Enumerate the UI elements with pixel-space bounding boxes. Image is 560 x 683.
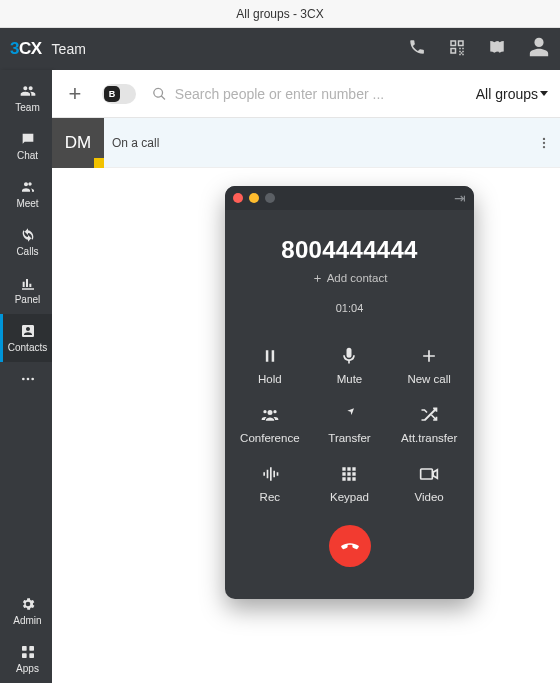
hangup-icon — [339, 535, 361, 557]
new-call-button[interactable]: New call — [392, 346, 466, 385]
panel-icon — [19, 275, 37, 291]
sidebar-item-contacts[interactable]: Contacts — [0, 314, 52, 362]
window-title: All groups - 3CX — [236, 7, 323, 21]
phone-icon[interactable] — [408, 38, 426, 60]
toggle-knob: B — [104, 86, 120, 102]
svg-point-9 — [543, 145, 545, 147]
hold-button[interactable]: Hold — [233, 346, 307, 385]
att-transfer-button[interactable]: Att.transfer — [392, 405, 466, 444]
team-icon — [19, 83, 37, 99]
svg-point-2 — [31, 378, 34, 381]
video-icon — [419, 464, 439, 484]
plus-icon — [419, 346, 439, 366]
search-icon — [152, 86, 167, 102]
keypad-icon — [339, 464, 359, 484]
svg-rect-3 — [22, 646, 27, 651]
plus-icon — [312, 273, 323, 284]
contacts-icon — [19, 323, 37, 339]
sidebar-item-more[interactable] — [0, 362, 52, 396]
microphone-icon — [339, 346, 359, 366]
conference-icon — [260, 405, 280, 425]
sidebar-item-chat[interactable]: Chat — [0, 122, 52, 170]
record-icon — [260, 464, 280, 484]
svg-rect-5 — [22, 653, 27, 658]
book-icon[interactable] — [488, 38, 506, 60]
qr-icon[interactable] — [448, 38, 466, 60]
chat-icon — [19, 131, 37, 147]
sidebar-item-calls[interactable]: Calls — [0, 218, 52, 266]
sidebar-item-team[interactable]: Team — [0, 74, 52, 122]
keypad-button[interactable]: Keypad — [313, 464, 387, 503]
app-topbar: 3CX Team — [0, 28, 560, 70]
sidebar: Team Chat Meet Calls Panel Contacts Ad — [0, 70, 52, 683]
call-window-titlebar[interactable]: ⇥ — [225, 186, 474, 210]
sidebar-item-label: Contacts — [8, 342, 47, 353]
search-input[interactable] — [175, 86, 460, 102]
sidebar-item-admin[interactable]: Admin — [0, 587, 52, 635]
expand-icon[interactable]: ⇥ — [454, 190, 466, 206]
calls-icon — [19, 227, 37, 243]
contact-row[interactable]: DM On a call — [52, 118, 560, 168]
topbar-title: Team — [52, 41, 86, 57]
minimize-icon[interactable] — [249, 193, 259, 203]
sidebar-item-apps[interactable]: Apps — [0, 635, 52, 683]
add-button[interactable]: + — [64, 83, 86, 105]
row-more-button[interactable] — [534, 133, 554, 153]
sidebar-item-label: Panel — [15, 294, 41, 305]
sidebar-item-label: Meet — [16, 198, 38, 209]
sidebar-item-label: Team — [15, 102, 39, 113]
sidebar-item-label: Chat — [17, 150, 38, 161]
contact-status: On a call — [104, 136, 159, 150]
transfer-icon — [339, 405, 359, 425]
zoom-icon — [265, 193, 275, 203]
gear-icon — [19, 596, 37, 612]
contact-avatar: DM — [52, 118, 104, 168]
sidebar-item-label: Apps — [16, 663, 39, 674]
mute-button[interactable]: Mute — [313, 346, 387, 385]
record-button[interactable]: Rec — [233, 464, 307, 503]
call-window: ⇥ 8004444444 Add contact 01:04 Hold Mute… — [225, 186, 474, 599]
transfer-button[interactable]: Transfer — [313, 405, 387, 444]
status-indicator — [94, 158, 104, 168]
more-icon — [19, 371, 37, 387]
sidebar-item-label: Admin — [13, 615, 41, 626]
sidebar-item-label: Calls — [16, 246, 38, 257]
call-number: 8004444444 — [235, 236, 464, 264]
svg-point-8 — [543, 141, 545, 143]
close-icon[interactable] — [233, 193, 243, 203]
add-contact-label: Add contact — [327, 272, 388, 284]
svg-point-1 — [26, 378, 29, 381]
shuffle-icon — [419, 405, 439, 425]
svg-point-0 — [22, 378, 25, 381]
apps-icon — [19, 644, 37, 660]
pause-icon — [260, 346, 280, 366]
video-button[interactable]: Video — [392, 464, 466, 503]
chevron-down-icon — [540, 91, 548, 96]
search-box[interactable] — [152, 86, 460, 102]
groups-dropdown[interactable]: All groups — [476, 86, 548, 102]
add-contact-button[interactable]: Add contact — [312, 272, 388, 284]
more-vertical-icon — [537, 136, 551, 150]
svg-rect-4 — [29, 646, 34, 651]
conference-button[interactable]: Conference — [233, 405, 307, 444]
view-toggle[interactable]: B — [102, 84, 136, 104]
svg-point-7 — [543, 137, 545, 139]
svg-rect-6 — [29, 653, 34, 658]
call-timer: 01:04 — [235, 302, 464, 314]
groups-label: All groups — [476, 86, 538, 102]
user-avatar-icon[interactable] — [528, 36, 550, 62]
hangup-button[interactable] — [329, 525, 371, 567]
contact-initials: DM — [65, 133, 91, 153]
window-titlebar: All groups - 3CX — [0, 0, 560, 28]
sidebar-item-panel[interactable]: Panel — [0, 266, 52, 314]
meet-icon — [19, 179, 37, 195]
toolbar: + B All groups — [52, 70, 560, 118]
sidebar-item-meet[interactable]: Meet — [0, 170, 52, 218]
brand-logo: 3CX — [10, 39, 42, 59]
